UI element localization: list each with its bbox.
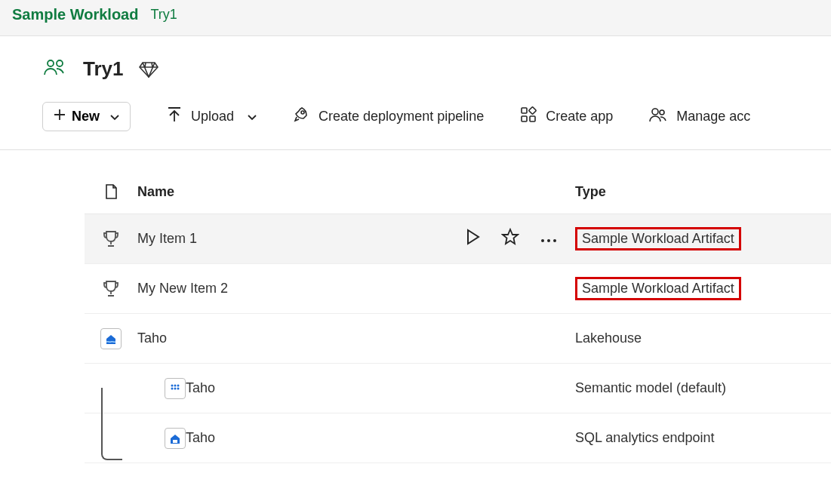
column-icon-header[interactable] [85,183,137,200]
item-type-text: Sample Workload Artifact [582,231,734,246]
svg-point-9 [541,239,544,242]
more-icon[interactable] [540,231,557,247]
toolbar: New Upload Create deployment pip [42,102,831,149]
table-row[interactable]: Taho SQL analytics endpoint [85,413,831,463]
svg-point-12 [171,384,174,386]
svg-rect-6 [530,116,535,121]
svg-rect-5 [522,116,527,121]
item-name[interactable]: Taho [186,380,575,396]
table-row[interactable]: Taho Lakehouse [85,314,831,364]
item-type-text: Lakehouse [575,330,642,346]
item-name[interactable]: Taho [137,330,575,346]
toolbar-divider [0,149,831,150]
people-icon [42,58,68,81]
item-type-text: Semantic model (default) [575,380,726,395]
breadcrumb: Sample Workload Try1 [0,0,831,36]
create-pipeline-button[interactable]: Create deployment pipeline [293,106,484,127]
diamond-icon[interactable] [139,61,159,78]
plus-icon [54,109,66,124]
table-row[interactable]: Taho Semantic model (default) [85,364,831,413]
item-icon [85,229,137,249]
svg-point-1 [57,60,63,66]
item-icon [85,279,137,299]
svg-rect-3 [522,108,527,113]
app-icon [520,106,537,127]
upload-icon [167,106,182,127]
manage-access-button[interactable]: Manage acc [649,107,750,126]
item-name[interactable]: Taho [186,430,575,446]
svg-point-0 [48,60,54,66]
item-name-text: Taho [186,430,215,446]
item-name-text: My New Item 2 [137,281,228,297]
item-type: Sample Workload Artifact [575,227,831,250]
star-icon[interactable] [501,228,519,250]
svg-point-16 [174,387,177,389]
chevron-down-icon [248,109,257,124]
item-type-text: SQL analytics endpoint [575,430,714,445]
item-type: Sample Workload Artifact [575,277,831,300]
item-type: SQL analytics endpoint [575,430,831,446]
item-table: Name Type My Item 1 [85,174,831,463]
item-name[interactable]: My New Item 2 [137,281,575,297]
new-button-label: New [72,109,100,124]
svg-point-8 [660,110,664,115]
workspace-title: Try1 [83,57,124,81]
item-name-text: Taho [186,380,215,396]
svg-point-10 [547,239,550,242]
item-icon [85,328,137,349]
item-name[interactable]: My Item 1 [137,231,575,247]
manage-access-label: Manage acc [676,109,750,124]
type-highlight: Sample Workload Artifact [575,277,741,300]
table-row[interactable]: My Item 1 Sample Workload Artifact [85,214,831,264]
item-type: Lakehouse [575,330,831,346]
item-name-text: Taho [137,330,167,346]
svg-point-11 [553,239,556,242]
type-highlight: Sample Workload Artifact [575,227,741,250]
svg-point-13 [174,384,177,386]
upload-button[interactable]: Upload [167,106,257,127]
create-app-button[interactable]: Create app [520,106,613,127]
item-type: Semantic model (default) [575,380,831,396]
svg-point-17 [177,387,180,389]
column-type-header[interactable]: Type [575,184,831,200]
upload-label: Upload [191,109,234,124]
item-icon [85,378,186,399]
new-button[interactable]: New [42,102,131,131]
create-app-label: Create app [546,109,613,124]
svg-point-15 [171,387,174,389]
svg-rect-4 [529,107,537,115]
item-icon [85,428,186,449]
table-header: Name Type [85,174,831,214]
play-icon[interactable] [465,229,480,249]
svg-point-7 [652,109,658,115]
svg-point-2 [301,111,304,114]
create-pipeline-label: Create deployment pipeline [319,109,484,124]
rocket-icon [293,106,309,127]
workspace-header: Try1 [42,57,831,81]
svg-rect-18 [173,440,177,443]
item-name-text: My Item 1 [137,231,197,247]
breadcrumb-workspace[interactable]: Try1 [150,7,177,23]
chevron-down-icon [110,109,119,124]
breadcrumb-app[interactable]: Sample Workload [12,6,138,23]
table-row[interactable]: My New Item 2 Sample Workload Artifact [85,264,831,314]
people-icon [649,107,667,126]
column-name-header[interactable]: Name [137,184,575,200]
svg-point-14 [177,384,180,386]
item-type-text: Sample Workload Artifact [582,281,734,296]
